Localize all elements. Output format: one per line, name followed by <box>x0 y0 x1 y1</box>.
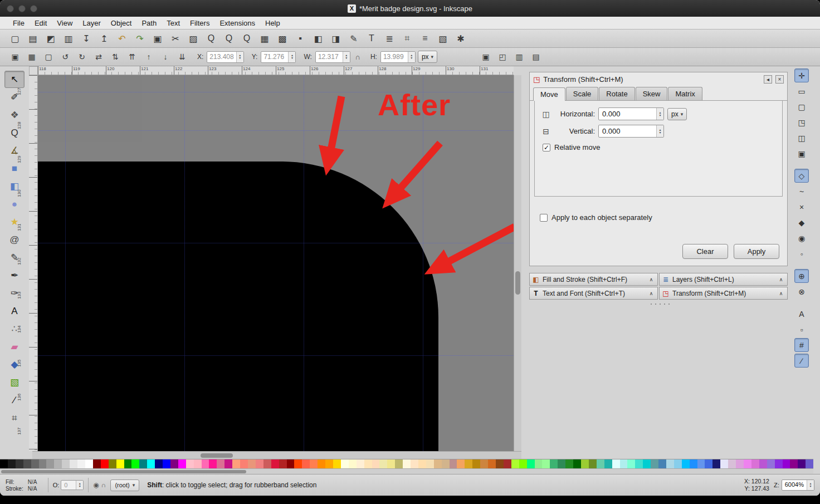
color-swatch[interactable] <box>783 459 790 468</box>
layer-visibility-icon[interactable]: ◉ <box>93 481 99 489</box>
zoom-selection-button[interactable]: Q <box>240 31 254 46</box>
color-swatch[interactable] <box>411 459 418 468</box>
color-swatch[interactable] <box>240 459 248 468</box>
snap-object-centers[interactable]: ⊕ <box>794 269 809 283</box>
color-swatch[interactable] <box>658 459 666 468</box>
x-field[interactable]: 213.408 ▴▾ <box>207 51 243 63</box>
rotate-ccw-button[interactable]: ↺ <box>58 50 72 64</box>
color-swatch[interactable] <box>170 459 178 468</box>
text-dialog-button[interactable]: T <box>364 31 379 46</box>
color-swatch[interactable] <box>39 459 47 468</box>
x-spinner[interactable]: ▴▾ <box>236 52 243 62</box>
color-swatch[interactable] <box>767 459 775 468</box>
color-swatch[interactable] <box>736 459 744 468</box>
color-swatch[interactable] <box>93 459 101 468</box>
color-swatch[interactable] <box>0 459 8 468</box>
horizontal-field[interactable]: 0.000 ▴▾ <box>598 107 664 120</box>
relative-move-checkbox[interactable]: ✓ <box>543 144 550 151</box>
vertical-spinner[interactable]: ▴▾ <box>656 125 663 137</box>
minimize-window-button[interactable] <box>18 5 26 12</box>
ungroup-button[interactable]: ◨ <box>329 31 343 46</box>
menu-item[interactable]: Text <box>162 17 185 29</box>
color-swatch[interactable] <box>751 459 759 468</box>
raise-button[interactable]: ↑ <box>141 50 156 64</box>
color-swatch[interactable] <box>194 459 202 468</box>
color-swatch[interactable] <box>627 459 635 468</box>
color-swatch[interactable] <box>372 459 380 468</box>
flip-horizontal-button[interactable]: ⇄ <box>91 50 106 64</box>
color-swatch[interactable] <box>325 459 333 468</box>
color-swatch[interactable] <box>294 459 302 468</box>
h-spinner[interactable]: ▴▾ <box>408 52 415 62</box>
color-swatch[interactable] <box>85 459 93 468</box>
menu-item[interactable]: View <box>52 17 77 29</box>
color-swatch[interactable] <box>379 459 387 468</box>
color-swatch[interactable] <box>139 459 147 468</box>
color-swatch[interactable] <box>705 459 712 468</box>
menu-item[interactable]: File <box>8 17 30 29</box>
copy-button[interactable]: ▣ <box>150 31 165 46</box>
snap-page-border[interactable]: ▫ <box>794 322 809 336</box>
tab-scale[interactable]: Scale <box>566 87 599 100</box>
tweak-tool[interactable]: ❖ <box>4 106 25 124</box>
open-document-button[interactable]: ▤ <box>26 31 40 46</box>
color-swatch[interactable] <box>202 459 209 468</box>
snap-bbox-centers[interactable]: ▣ <box>794 146 809 160</box>
color-swatch[interactable] <box>287 459 295 468</box>
y-spinner[interactable]: ▴▾ <box>288 52 295 62</box>
color-swatch[interactable] <box>457 459 465 468</box>
palette-scrollbar-thumb[interactable] <box>1 470 246 473</box>
color-swatch[interactable] <box>232 459 240 468</box>
color-swatch[interactable] <box>224 459 232 468</box>
fill-stroke-dialog-button[interactable]: ✎ <box>346 31 361 46</box>
color-swatch[interactable] <box>248 459 256 468</box>
color-swatch[interactable] <box>364 459 372 468</box>
paste-button[interactable]: ▨ <box>186 31 201 46</box>
color-swatch[interactable] <box>302 459 310 468</box>
color-swatch[interactable] <box>318 459 325 468</box>
color-swatch[interactable] <box>666 459 674 468</box>
color-swatch[interactable] <box>604 459 612 468</box>
color-swatch[interactable] <box>349 459 357 468</box>
color-swatch[interactable] <box>271 459 279 468</box>
snap-grids[interactable]: # <box>794 338 809 352</box>
color-swatch[interactable] <box>163 459 170 468</box>
color-swatch[interactable] <box>612 459 620 468</box>
collapse-chevron-icon[interactable]: ∧ <box>647 277 655 282</box>
select-tool[interactable]: ↖ <box>4 71 25 88</box>
tab-skew[interactable]: Skew <box>636 87 668 100</box>
apply-button[interactable]: Apply <box>734 244 779 259</box>
color-swatch[interactable] <box>759 459 767 468</box>
color-swatch[interactable] <box>101 459 109 468</box>
tab-move[interactable]: Move <box>533 87 565 101</box>
group-button[interactable]: ◧ <box>311 31 325 46</box>
print-button[interactable]: ▥ <box>61 31 76 46</box>
color-swatch[interactable] <box>357 459 364 468</box>
snap-bbox-corners[interactable]: ◳ <box>794 115 809 129</box>
color-swatch[interactable] <box>8 459 16 468</box>
badge-shape-object[interactable] <box>38 162 438 451</box>
connector-tool[interactable]: ⌗ <box>4 409 25 427</box>
zoom-field[interactable]: 6004% ▴▾ <box>782 479 814 491</box>
transform-gradient-toggle[interactable]: ▥ <box>512 50 526 64</box>
color-swatch[interactable] <box>581 459 589 468</box>
color-swatch[interactable] <box>597 459 604 468</box>
color-swatch[interactable] <box>712 459 720 468</box>
menu-item[interactable]: Layer <box>77 17 106 29</box>
menu-item[interactable]: Extensions <box>214 17 260 29</box>
opacity-field[interactable]: 0 ▴▾ <box>61 480 84 490</box>
deselect-button[interactable]: ▢ <box>41 50 56 64</box>
eraser-tool[interactable]: ▰ <box>4 338 25 355</box>
vertical-field[interactable]: 0.000 ▴▾ <box>598 125 664 138</box>
color-swatch[interactable] <box>798 459 806 468</box>
transform-units-dropdown[interactable]: px ▾ <box>667 108 687 120</box>
color-swatch[interactable] <box>403 459 411 468</box>
canvas[interactable]: After <box>38 75 514 451</box>
horizontal-spinner[interactable]: ▴▾ <box>656 108 663 120</box>
horizontal-scrollbar[interactable] <box>32 451 521 459</box>
color-swatch[interactable] <box>217 459 224 468</box>
color-swatch[interactable] <box>550 459 558 468</box>
raise-to-top-button[interactable]: ⇈ <box>125 50 139 64</box>
fill-stroke-indicator[interactable]: Fill: N/A Stroke: N/A <box>6 479 43 492</box>
color-swatch[interactable] <box>504 459 511 468</box>
